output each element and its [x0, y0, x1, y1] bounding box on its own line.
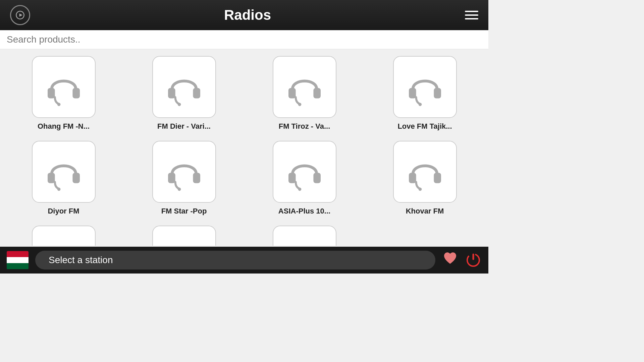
station-card[interactable]: [10, 226, 117, 246]
svg-point-25: [418, 187, 422, 191]
station-icon: [32, 226, 96, 246]
svg-rect-5: [168, 88, 175, 98]
station-name: FM Dier - Vari...: [157, 122, 211, 131]
search-bar: [0, 30, 488, 49]
menu-line: [465, 11, 478, 12]
station-icon: [152, 56, 216, 118]
svg-rect-9: [313, 88, 321, 98]
station-card[interactable]: Love FM Tajik...: [371, 56, 478, 131]
svg-point-22: [298, 187, 301, 191]
svg-rect-15: [72, 173, 80, 183]
station-icon: [32, 141, 96, 203]
svg-rect-24: [434, 173, 441, 183]
station-name: FM Star -Pop: [161, 207, 207, 216]
search-input[interactable]: [7, 34, 482, 45]
station-card[interactable]: FM Dier - Vari...: [130, 56, 237, 131]
station-icon: [273, 141, 336, 203]
menu-line: [465, 14, 478, 16]
app-header: Radios: [0, 0, 488, 30]
svg-rect-3: [72, 88, 80, 98]
station-card[interactable]: Khovar FM: [371, 141, 478, 216]
power-icon: [465, 252, 482, 268]
station-name: ASIA-Plus 10...: [278, 207, 330, 216]
svg-rect-12: [434, 88, 441, 98]
bottom-bar: Select a station: [0, 247, 488, 274]
station-card[interactable]: ASIA-Plus 10...: [251, 141, 358, 216]
svg-point-7: [177, 103, 181, 106]
station-icon: [273, 56, 336, 118]
station-icon: [393, 56, 457, 118]
svg-rect-14: [48, 173, 55, 183]
svg-point-4: [57, 103, 60, 106]
station-grid: Ohang FM -N... FM Dier - Vari... FM Tiro…: [0, 49, 488, 246]
menu-button[interactable]: [465, 11, 478, 19]
station-card[interactable]: FM Tiroz - Va...: [251, 56, 358, 131]
svg-marker-1: [19, 13, 22, 16]
station-card[interactable]: Diyor FM: [10, 141, 117, 216]
app-title: Radios: [224, 7, 271, 23]
svg-rect-2: [48, 88, 55, 98]
station-card[interactable]: FM Star -Pop: [130, 141, 237, 216]
select-station-button[interactable]: Select a station: [35, 251, 435, 269]
svg-rect-18: [193, 173, 200, 183]
station-name: Ohang FM -N...: [38, 122, 90, 131]
station-name: Love FM Tajik...: [397, 122, 452, 131]
station-icon: [152, 141, 216, 203]
svg-rect-11: [409, 88, 416, 98]
flag-stripe-white: [7, 257, 29, 263]
station-card[interactable]: Ohang FM -N...: [10, 56, 117, 131]
svg-rect-6: [193, 88, 200, 98]
power-button[interactable]: [465, 252, 482, 268]
svg-rect-23: [409, 173, 416, 183]
svg-rect-21: [313, 173, 321, 183]
svg-point-13: [418, 103, 422, 106]
play-icon: [15, 10, 25, 20]
flag-stripe-green: [7, 263, 29, 269]
flag-stripe-red: [7, 251, 29, 257]
station-icon: [152, 226, 216, 246]
station-name: FM Tiroz - Va...: [279, 122, 330, 131]
station-card[interactable]: [251, 226, 358, 246]
play-button[interactable]: [10, 5, 30, 25]
station-card[interactable]: [130, 226, 237, 246]
station-name: Khovar FM: [406, 207, 444, 216]
svg-point-19: [177, 187, 181, 191]
bottom-icons: [442, 250, 482, 270]
svg-point-16: [57, 187, 60, 191]
favorites-button[interactable]: [442, 250, 458, 270]
menu-line: [465, 18, 478, 19]
station-name: Diyor FM: [48, 207, 79, 216]
station-icon: [32, 56, 96, 118]
station-icon: [393, 141, 457, 203]
svg-rect-17: [168, 173, 175, 183]
svg-rect-20: [288, 173, 296, 183]
station-icon: [273, 226, 336, 246]
svg-point-10: [298, 103, 301, 106]
svg-rect-8: [288, 88, 296, 98]
heart-icon: [442, 250, 458, 266]
country-flag: [7, 251, 29, 269]
